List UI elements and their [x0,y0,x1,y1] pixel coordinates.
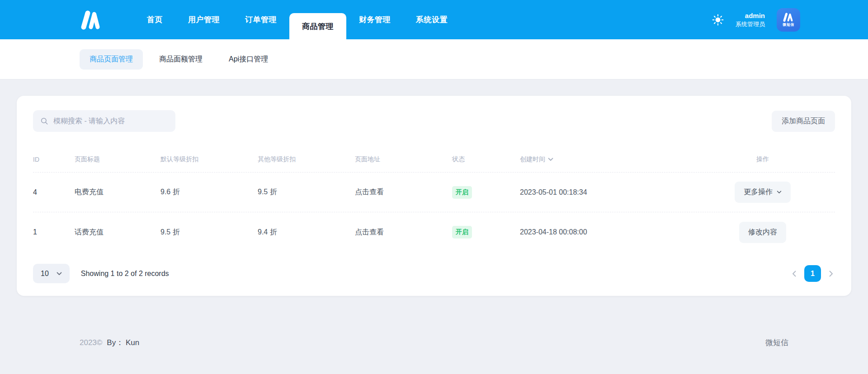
more-actions-label: 更多操作 [744,187,773,197]
avatar-m-icon [783,13,794,22]
footer-copyright: 2023© By： Kun [80,337,139,348]
product-pages-table: ID 页面标题 默认等级折扣 其他等级折扣 页面地址 状态 创建时间 操作 4 … [33,146,835,252]
footer-year: 2023© [80,338,102,347]
table-header-row: ID 页面标题 默认等级折扣 其他等级折扣 页面地址 状态 创建时间 操作 [33,146,835,173]
app-logo[interactable] [79,0,103,39]
footer-author: By： Kun [107,337,139,348]
cell-title: 话费充值 [75,228,160,237]
brand-m-icon [79,9,103,30]
user-meta: admin 系统管理员 [736,11,765,28]
page-footer: 2023© By： Kun 微短信 [0,337,868,348]
nav-item-settings[interactable]: 系统设置 [403,0,460,39]
chevron-down-icon [57,272,62,276]
add-product-page-button[interactable]: 添加商品页面 [772,111,835,132]
cell-default-discount: 9.6 折 [160,187,258,197]
cell-page-link[interactable]: 点击查看 [355,187,452,197]
col-header-action: 操作 [690,155,835,164]
records-summary: Showing 1 to 2 of 2 records [81,270,169,278]
status-badge: 开启 [452,226,472,238]
col-header-title: 页面标题 [75,155,160,164]
search-box[interactable] [33,110,175,132]
cell-id: 4 [33,188,75,196]
header-right: admin 系统管理员 微短信 [712,0,800,39]
edit-content-button[interactable]: 修改内容 [739,222,786,243]
nav-item-orders[interactable]: 订单管理 [232,0,289,39]
subnav: 商品页面管理 商品面额管理 Api接口管理 [0,39,868,79]
prev-page-button[interactable] [790,269,798,279]
toolbar: 添加商品页面 [33,110,835,132]
col-header-created-at-sort[interactable]: 创建时间 [520,155,553,164]
search-input[interactable] [53,117,168,125]
pager: 1 [790,265,835,282]
col-header-id: ID [33,156,75,163]
cell-other-discount: 9.4 折 [258,228,355,237]
table-row: 1 话费充值 9.5 折 9.4 折 点击查看 开启 2023-04-18 00… [33,212,835,252]
subnav-tab-product-pages[interactable]: 商品页面管理 [80,49,143,70]
cell-created-at: 2023-04-18 00:08:00 [520,228,690,236]
col-header-created-at: 创建时间 [520,155,545,164]
subnav-tab-api[interactable]: Api接口管理 [219,49,278,70]
pagination: 10 Showing 1 to 2 of 2 records 1 [33,264,835,283]
content-card: 添加商品页面 ID 页面标题 默认等级折扣 其他等级折扣 页面地址 状态 创建时… [17,96,851,296]
user-role: 系统管理员 [736,20,765,28]
search-icon [40,117,48,126]
page-size-select[interactable]: 10 [33,264,70,283]
nav-item-products[interactable]: 商品管理 [289,13,346,39]
table-row: 4 电费充值 9.6 折 9.5 折 点击查看 开启 2023-05-01 00… [33,173,835,212]
cell-other-discount: 9.5 折 [258,187,355,197]
chevron-down-icon [777,191,782,194]
avatar-brand-text: 微短信 [783,22,794,27]
footer-brand-link[interactable]: 微短信 [765,337,788,348]
cell-title: 电费充值 [75,187,160,197]
nav-item-home[interactable]: 首页 [134,0,175,39]
cell-id: 1 [33,228,75,236]
main-nav: 首页 用户管理 订单管理 商品管理 财务管理 系统设置 [134,0,460,39]
col-header-default-discount: 默认等级折扣 [160,155,258,164]
chevron-left-icon [792,271,796,277]
avatar[interactable]: 微短信 [777,8,800,32]
cell-default-discount: 9.5 折 [160,228,258,237]
cell-page-link[interactable]: 点击查看 [355,228,452,237]
nav-item-users[interactable]: 用户管理 [175,0,232,39]
col-header-page-link: 页面地址 [355,155,452,164]
cell-created-at: 2023-05-01 00:18:34 [520,188,690,196]
page-1-button[interactable]: 1 [804,265,821,282]
subnav-tab-denominations[interactable]: 商品面额管理 [149,49,212,70]
nav-item-finance[interactable]: 财务管理 [346,0,403,39]
next-page-button[interactable] [827,269,835,279]
chevron-right-icon [829,271,833,277]
edit-content-label: 修改内容 [748,228,777,237]
user-name: admin [736,11,765,20]
col-header-status: 状态 [452,155,520,164]
status-badge: 开启 [452,186,472,199]
app-header: 首页 用户管理 订单管理 商品管理 财务管理 系统设置 admin 系统管理员 [0,0,868,39]
sun-icon [712,14,724,26]
more-actions-button[interactable]: 更多操作 [735,182,791,203]
sort-chevron-down-icon [548,158,553,161]
page-size-value: 10 [41,270,49,278]
theme-toggle[interactable] [712,14,724,26]
col-header-other-discount: 其他等级折扣 [258,155,355,164]
